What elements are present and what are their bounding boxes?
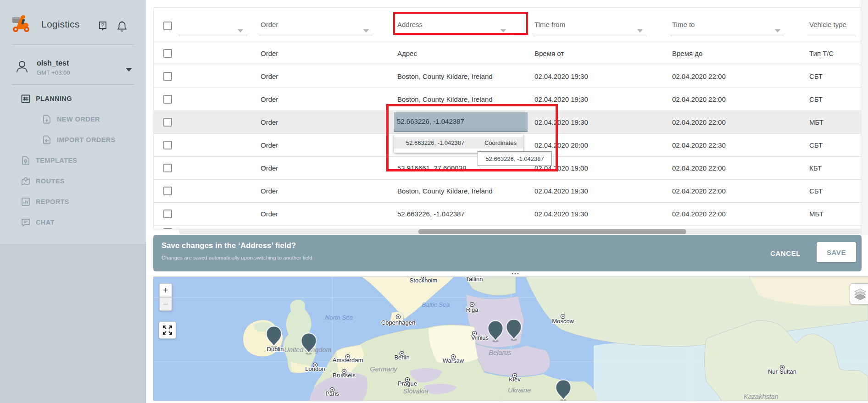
select-all-checkbox[interactable] [163, 22, 172, 30]
row-checkbox[interactable] [163, 95, 172, 104]
cell-time-to[interactable]: 02.04.2020 22:00 [672, 88, 726, 111]
vertical-scrollbar[interactable] [861, 0, 868, 235]
sidebar-item-label: TEMPLATES [36, 157, 77, 164]
cell-time-to[interactable]: 02.04.2020 22:00 [672, 111, 726, 134]
cell-vehicle-type[interactable]: МБТ [809, 203, 823, 226]
chevron-down-icon [501, 29, 506, 33]
sidebar-item-label: CHAT [36, 219, 55, 226]
map-zoom-in-button[interactable]: + [159, 283, 172, 297]
save-button[interactable]: SAVE [817, 242, 856, 262]
cell-order[interactable]: Order [261, 180, 278, 203]
column-select-vehicle-type[interactable]: Vehicle type [807, 19, 856, 36]
header-checkbox[interactable] [163, 49, 172, 58]
table-row[interactable]: OrderBoston, County Kildare, Ireland02.0… [154, 179, 861, 202]
row-checkbox[interactable] [163, 118, 172, 127]
cell-address[interactable]: 52.663226, -1.042387 [397, 203, 465, 226]
cell-time-from[interactable]: 02.04.2020 19:30 [534, 180, 588, 203]
map-city-label: Warsaw [443, 357, 464, 364]
map-country-label: Ukraine [508, 386, 531, 394]
table-row[interactable]: OrderBoston, County Kildare, Ireland02.0… [154, 88, 861, 110]
map-city-label: Berlin [394, 354, 409, 361]
sidebar-item-import-orders[interactable]: IMPORT ORDERS [0, 129, 146, 150]
cell-order[interactable]: Order [261, 157, 278, 180]
map-country-label: Kazakhstan [744, 393, 779, 400]
suggestion-item[interactable]: 52.663226, -1.042387 Coordinates [394, 137, 523, 149]
cell-time-from[interactable]: 02.04.2020 19:30 [534, 88, 588, 111]
column-select-time-from[interactable]: Time from [533, 19, 646, 36]
map-city-label: Copenhagen [381, 319, 415, 326]
table-row-partial [154, 225, 861, 229]
user-name: olsh_test [37, 59, 70, 67]
sidebar-divider [12, 44, 134, 45]
cell-address[interactable]: 53.916661, 27.600038 [397, 157, 466, 180]
logistics-logo-icon [11, 13, 31, 35]
column-select-empty[interactable] [179, 19, 247, 36]
column-select-address[interactable]: Address [395, 19, 510, 36]
cell-time-to[interactable]: 02.04.2020 22:00 [672, 157, 726, 180]
map-panel[interactable]: North SeaBaltic SeaUnited KingdomGermany… [153, 276, 868, 401]
map-city-label: Moscow [552, 318, 574, 325]
user-menu[interactable]: olsh_test GMT +03:00 [16, 56, 130, 79]
cell-time-from[interactable]: 02.04.2020 19:30 [534, 65, 588, 88]
address-edit-input[interactable]: 52.663226, -1.042387 [394, 112, 528, 132]
cell-time-to[interactable]: 02.04.2020 22:00 [672, 65, 726, 88]
row-checkbox[interactable] [163, 187, 172, 195]
map-zoom-out-button[interactable]: − [159, 297, 172, 311]
user-avatar-icon [16, 60, 28, 75]
planning-icon [20, 93, 31, 104]
horizontal-scrollbar-thumb[interactable] [418, 229, 686, 234]
cell-time-from[interactable]: 02.04.2020 19:30 [534, 203, 588, 226]
cell-vehicle-type[interactable]: СБТ [809, 65, 823, 88]
map-splitter: ⋯ [146, 271, 868, 276]
sidebar-item-chat[interactable]: CHAT [0, 212, 146, 232]
cancel-button[interactable]: CANCEL [764, 247, 807, 259]
help-icon[interactable]: ? [98, 20, 109, 33]
suggestion-value: 52.663226, -1.042387 [394, 139, 464, 146]
horizontal-scrollbar[interactable] [179, 229, 861, 234]
map-fullscreen-button[interactable] [159, 321, 176, 339]
column-select-time-to[interactable]: Time to [670, 19, 784, 36]
table-row[interactable]: Order52.663226, -1.04238702.04.2020 19:3… [154, 202, 861, 225]
map-city-label: Stockholm [410, 277, 438, 284]
cell-time-from[interactable]: 02.04.2020 19:30 [534, 111, 588, 134]
row-checkbox[interactable] [163, 141, 172, 149]
sidebar-item-planning[interactable]: PLANNING [0, 88, 146, 109]
main-content: Order Address Time from Time to Vehicle … [146, 0, 868, 403]
map-city-label: Nur-Sultan [768, 368, 796, 375]
cell-address[interactable]: Boston, County Kildare, Ireland [397, 88, 493, 111]
user-menu-caret-icon[interactable] [126, 68, 132, 72]
cell-address[interactable]: Boston, County Kildare, Ireland [397, 65, 493, 88]
map-city-label: Paris [325, 390, 339, 397]
cell-address[interactable]: Boston, County Kildare, Ireland [397, 180, 493, 203]
cell-time-to[interactable]: 02.04.2020 22:30 [672, 134, 726, 157]
cell-vehicle-type[interactable]: КБТ [809, 157, 822, 180]
cell-time-to[interactable]: 02.04.2020 22:00 [672, 203, 726, 226]
column-header-order: Order [261, 42, 278, 65]
table-row[interactable]: OrderBoston, County Kildare, Ireland02.0… [154, 65, 861, 88]
row-checkbox[interactable] [163, 72, 172, 81]
map-city-label: Kiev [509, 376, 521, 383]
cell-order[interactable]: Order [261, 134, 278, 157]
import-orders-icon [41, 134, 52, 145]
cell-order[interactable]: Order [261, 111, 278, 134]
cell-order[interactable]: Order [261, 88, 278, 111]
notifications-bell-icon[interactable] [117, 20, 128, 33]
cell-vehicle-type[interactable]: СБТ [809, 180, 823, 203]
sidebar-item-templates[interactable]: TEMPLATES [0, 150, 146, 171]
row-checkbox[interactable] [163, 210, 172, 218]
row-checkbox[interactable] [163, 228, 172, 229]
column-select-order[interactable]: Order [259, 19, 373, 36]
cell-vehicle-type[interactable]: МБТ [809, 111, 823, 134]
row-checkbox[interactable] [163, 164, 172, 172]
cell-order[interactable]: Order [261, 65, 278, 88]
cell-vehicle-type[interactable]: СБТ [809, 134, 823, 157]
sidebar-item-new-order[interactable]: NEW ORDER [0, 109, 146, 129]
cell-vehicle-type[interactable]: СБТ [809, 88, 823, 111]
sidebar-item-routes[interactable]: ROUTES [0, 171, 146, 191]
coordinates-tooltip: 52.663226, -1.042387 [478, 151, 552, 166]
cell-order[interactable]: Order [261, 203, 278, 226]
cell-time-to[interactable]: 02.04.2020 22:00 [672, 180, 726, 203]
chevron-down-icon [238, 29, 243, 33]
sidebar-item-reports[interactable]: REPORTS [0, 191, 146, 212]
map-layers-button[interactable] [850, 283, 868, 304]
